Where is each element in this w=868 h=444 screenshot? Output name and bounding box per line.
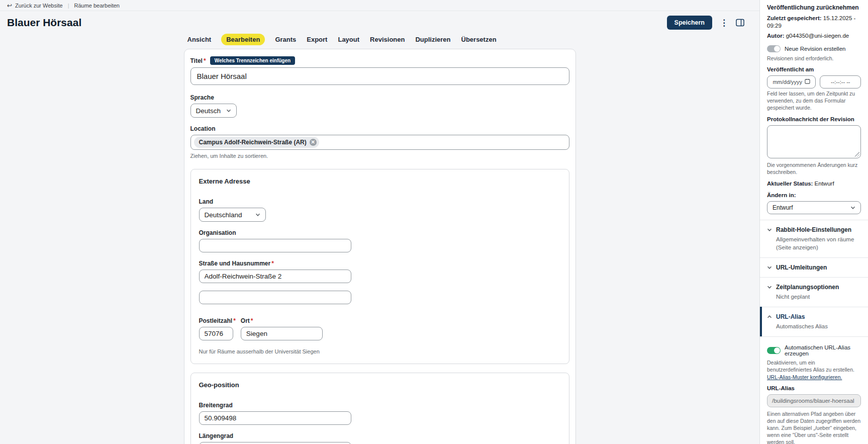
revision-log-textarea[interactable] [767,125,861,158]
url-alias-panel: Automatischen URL-Alias erzeugen Deaktiv… [767,342,861,444]
tab-layout[interactable]: Layout [337,34,360,45]
new-revision-toggle-row: Neue Revision erstellen [767,45,861,52]
remove-tag-icon[interactable]: ✕ [310,139,317,146]
breadcrumb-separator: | [68,3,69,9]
rabbit-hole-section-header[interactable]: Rabbit-Hole-Einstellungen [767,226,861,233]
edit-rooms-link[interactable]: Räume bearbeiten [74,3,120,9]
url-redirects-section-header[interactable]: URL-Umleitungen [767,264,861,271]
scheduling-section-header[interactable]: Zeitplanungsoptionen [767,284,861,291]
auto-alias-toggle[interactable] [767,347,781,354]
revision-log-label: Protokollnachricht der Revision [767,116,861,122]
insert-separator-badge[interactable]: Welches Trennzeichen einfügen [210,56,296,65]
latitude-field-wrapper: Breitengrad [199,402,561,425]
postal-code-input[interactable] [199,327,233,340]
rabbit-hole-summary: Allgemeinverhalten von räume (Seite anze… [776,235,861,251]
app-root: ↩ Zurück zur Website | Räume bearbeiten … [0,0,868,444]
primary-tabs: Ansicht Bearbeiten Grants Export Layout … [184,33,576,46]
street-input-2[interactable] [199,291,351,304]
page-title: Blauer Hörsaal [7,17,661,29]
published-at-label: Veröffentlicht am [767,66,861,72]
title-input[interactable] [190,67,569,85]
organisation-label: Organisation [199,229,561,236]
chevron-down-icon [226,108,231,113]
postal-city-row: Postleitzahl* Ort* [199,317,561,340]
url-alias-field-label: URL-Alias [767,385,861,391]
latitude-input[interactable] [199,411,351,425]
chevron-down-icon [767,227,772,232]
new-revision-label: Neue Revision erstellen [785,46,845,52]
location-tag-chip[interactable]: Campus Adolf-Reichwein-Straße (AR) ✕ [194,137,319,148]
back-to-site-label: Zurück zur Website [15,3,63,9]
organisation-input[interactable] [199,239,351,252]
sidebar-section-rabbit-hole: Rabbit-Hole-Einstellungen Allgemeinverha… [767,226,861,252]
required-mark: * [204,57,206,64]
chevron-up-icon [767,314,772,319]
sidebar-divider [760,220,868,220]
published-time-input[interactable]: --:--:-- -- [820,75,861,88]
location-field-wrapper: Location Campus Adolf-Reichwein-Straße (… [190,125,569,159]
language-field-wrapper: Sprache Deutsch [190,94,569,118]
published-date-input[interactable]: mm/dd/yyyy [767,75,816,88]
postal-code-field-wrapper: Postleitzahl* [199,317,236,340]
chevron-down-icon [850,205,855,210]
breadcrumb: ↩ Zurück zur Website | Räume bearbeiten [0,0,759,11]
tab-duplizieren[interactable]: Duplizieren [415,34,451,45]
auto-alias-label: Automatischen URL-Alias erzeugen [785,344,861,357]
tab-bearbeiten[interactable]: Bearbeiten [221,34,265,45]
sidebar-divider [760,277,868,278]
address-help-text: Nur für Räume ausserhalb der Universität… [199,348,561,354]
longitude-field-wrapper: Längengrad [199,432,561,444]
longitude-input[interactable] [199,442,351,444]
alias-pattern-link[interactable]: URL-Alias-Muster konfigurieren. [767,374,842,380]
title-field-wrapper: Titel* Welches Trennzeichen einfügen [190,56,569,85]
node-edit-form: Titel* Welches Trennzeichen einfügen Spr… [184,49,576,444]
unpublish-link[interactable]: Veröffentlichung zurücknehmen [767,4,861,11]
city-input[interactable] [241,327,323,340]
save-button[interactable]: Speichern [667,16,712,30]
sidebar-divider [760,336,868,337]
back-to-site-link[interactable]: ↩ Zurück zur Website [7,3,63,9]
moderation-state-select[interactable]: Entwurf [767,201,861,214]
language-select[interactable]: Deutsch [190,104,237,118]
edit-rooms-label: Räume bearbeiten [74,3,120,9]
author-row: Autor: g044350@uni-siegen.de [767,32,861,40]
tab-uebersetzen[interactable]: Übersetzen [461,34,497,45]
postal-code-label: Postleitzahl* [199,317,236,324]
required-mark: * [271,260,274,267]
revision-log-wrapper [767,125,861,160]
location-input[interactable]: Campus Adolf-Reichwein-Straße (AR) ✕ [190,135,569,150]
meta-sidebar: Veröffentlichung zurücknehmen Zuletzt ge… [759,0,868,444]
longitude-label: Längengrad [199,432,561,439]
tab-export[interactable]: Export [306,34,328,45]
tab-grants[interactable]: Grants [274,34,297,45]
tab-revisionen[interactable]: Revisionen [369,34,405,45]
sidebar-divider [760,257,868,258]
external-address-group: Externe Adresse Land Deutschland [190,169,569,364]
main-area: ↩ Zurück zur Website | Räume bearbeiten … [0,0,759,444]
back-arrow-icon: ↩ [7,3,12,9]
url-alias-field-help: Einen alternativen Pfad angeben über den… [767,410,861,444]
revision-required-note: Revisionen sind erforderlich. [767,55,861,62]
country-select-value: Deutschland [205,211,242,219]
url-alias-section-header[interactable]: URL-Alias [767,313,861,320]
sidebar-section-url-alias: URL-Alias Automatisches Alias [767,313,861,331]
country-select[interactable]: Deutschland [199,208,266,222]
geo-position-title: Geo-position [199,381,561,389]
sidebar-divider [760,307,868,307]
street-input[interactable] [199,270,351,283]
latitude-label: Breitengrad [199,402,561,409]
more-options-icon[interactable]: ⋮ [718,18,730,28]
country-label: Land [199,198,561,205]
change-to-label: Ändern in: [767,192,861,198]
page-header: Blauer Hörsaal Speichern ⋮ [0,11,759,31]
published-help-text: Feld leer lassen, um den Zeitpunkt zu ve… [767,90,861,112]
chevron-down-icon [767,285,772,290]
city-field-wrapper: Ort* [241,317,323,340]
calendar-icon [805,78,810,85]
organisation-field-wrapper: Organisation [199,229,561,252]
tab-ansicht[interactable]: Ansicht [187,34,212,45]
required-mark: * [251,317,253,324]
chevron-down-icon [255,212,260,217]
sidebar-toggle-icon[interactable] [736,19,744,27]
new-revision-toggle[interactable] [767,45,781,52]
